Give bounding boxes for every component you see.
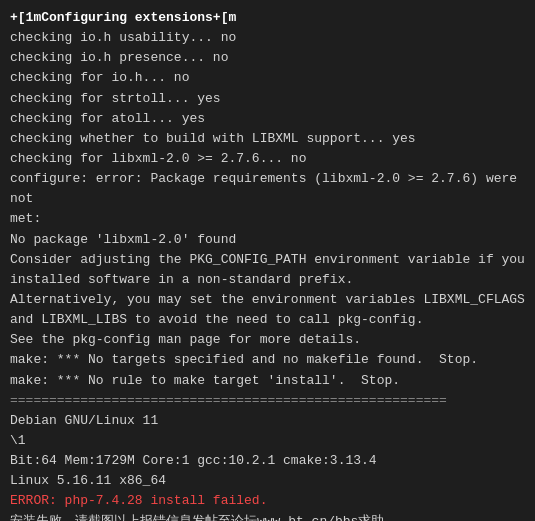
terminal-line: checking for strtoll... yes — [10, 89, 525, 109]
terminal-line: checking io.h presence... no — [10, 48, 525, 68]
terminal-line: 安装失败，请截图以上报错信息发帖至论坛www.bt.cn/bbs求助 — [10, 512, 525, 521]
terminal-line: checking for libxml-2.0 >= 2.7.6... no — [10, 149, 525, 169]
terminal-line: configure: error: Package requirements (… — [10, 169, 525, 209]
terminal-line: ========================================… — [10, 391, 525, 411]
terminal-line: ERROR: php-7.4.28 install failed. — [10, 491, 525, 511]
terminal-line: checking for atoll... yes — [10, 109, 525, 129]
terminal-line: Debian GNU/Linux 11 — [10, 411, 525, 431]
terminal-line: No package 'libxml-2.0' found — [10, 230, 525, 250]
terminal-line: make: *** No targets specified and no ma… — [10, 350, 525, 370]
terminal-line: Bit:64 Mem:1729M Core:1 gcc:10.2.1 cmake… — [10, 451, 525, 471]
terminal-window: +[1mConfiguring extensions+[mchecking io… — [0, 0, 535, 521]
terminal-line: Linux 5.16.11 x86_64 — [10, 471, 525, 491]
terminal-line: Alternatively, you may set the environme… — [10, 290, 525, 310]
terminal-line: and LIBXML_LIBS to avoid the need to cal… — [10, 310, 525, 330]
terminal-line: Consider adjusting the PKG_CONFIG_PATH e… — [10, 250, 525, 270]
terminal-line: \1 — [10, 431, 525, 451]
terminal-line: See the pkg-config man page for more det… — [10, 330, 525, 350]
terminal-line: checking whether to build with LIBXML su… — [10, 129, 525, 149]
terminal-line: checking for io.h... no — [10, 68, 525, 88]
terminal-line: make: *** No rule to make target 'instal… — [10, 371, 525, 391]
terminal-line: checking io.h usability... no — [10, 28, 525, 48]
terminal-line: +[1mConfiguring extensions+[m — [10, 8, 525, 28]
terminal-line: installed software in a non-standard pre… — [10, 270, 525, 290]
terminal-line: met: — [10, 209, 525, 229]
